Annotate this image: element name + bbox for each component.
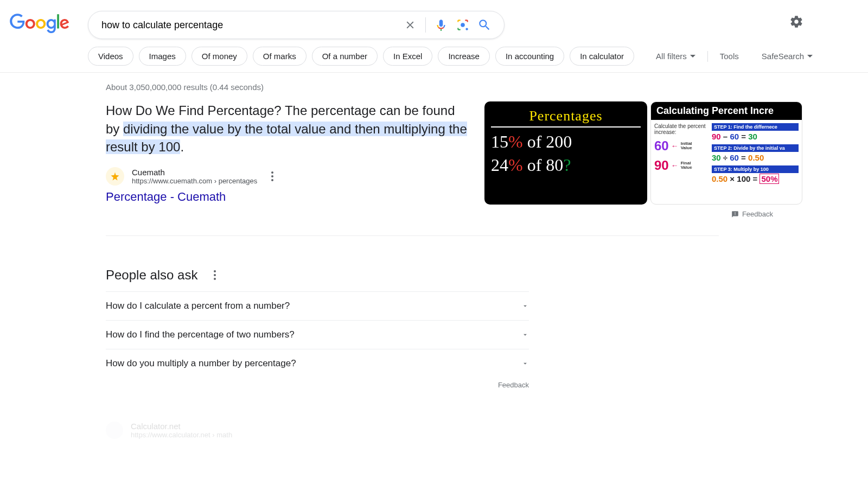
more-icon[interactable]: [267, 171, 278, 181]
result-source: Cuemath https://www.cuemath.com › percen…: [106, 167, 469, 186]
paa-item[interactable]: How do I calculate a percent from a numb…: [106, 291, 529, 320]
source-name: Calculator.net: [131, 422, 232, 431]
thumbnail-2[interactable]: Calculating Percent Incre Calculate the …: [650, 101, 802, 205]
voice-search-icon[interactable]: [433, 17, 449, 33]
thumbnail-1[interactable]: Percentages 15% of 200 24% of 80?: [484, 101, 647, 205]
paa-item[interactable]: How do you multiply a number by percenta…: [106, 349, 529, 378]
next-result[interactable]: Calculator.net https://www.calculator.ne…: [106, 422, 868, 439]
source-url: https://www.calculator.net › math: [131, 431, 232, 439]
featured-snippet: How Do We Find Percentage? The percentag…: [106, 101, 868, 205]
chevron-down-icon: [521, 360, 529, 367]
paa-question: How do I calculate a percent from a numb…: [106, 301, 290, 311]
search-bar-container: [81, 11, 505, 39]
svg-point-0: [461, 23, 465, 27]
lens-search-icon[interactable]: [455, 17, 470, 33]
chevron-down-icon: [690, 55, 695, 58]
search-bar: [88, 11, 505, 39]
chip-of-marks[interactable]: Of marks: [253, 47, 307, 66]
divider: [106, 235, 719, 236]
filter-row: Videos Images Of money Of marks Of a num…: [0, 39, 868, 73]
chip-of-money[interactable]: Of money: [192, 47, 247, 66]
svg-point-1: [465, 28, 468, 30]
paa-question: How do you multiply a number by percenta…: [106, 358, 296, 369]
chip-in-excel[interactable]: In Excel: [383, 47, 432, 66]
thumb2-title: Calculating Percent Incre: [651, 102, 802, 120]
feedback-icon: [731, 211, 739, 218]
favicon-icon: [106, 422, 123, 439]
chip-images[interactable]: Images: [139, 47, 186, 66]
chevron-down-icon: [521, 302, 529, 310]
paa-item[interactable]: How do I find the percentage of two numb…: [106, 320, 529, 349]
chip-increase[interactable]: Increase: [438, 47, 490, 66]
thumb1-title: Percentages: [491, 108, 641, 128]
google-logo[interactable]: [5, 11, 81, 36]
snippet-text: How Do We Find Percentage? The percentag…: [106, 101, 469, 156]
result-stats: About 3,050,000,000 results (0.44 second…: [106, 82, 868, 92]
source-name: Cuemath: [132, 168, 257, 177]
paa-heading: People also ask: [106, 267, 529, 283]
search-divider: [425, 17, 426, 33]
results: About 3,050,000,000 results (0.44 second…: [0, 73, 868, 439]
clear-icon[interactable]: [403, 17, 418, 33]
thumbnails: Percentages 15% of 200 24% of 80? Calcul…: [484, 101, 802, 205]
chip-videos[interactable]: Videos: [88, 47, 133, 66]
header: [0, 0, 868, 39]
chip-of-a-number[interactable]: Of a number: [312, 47, 378, 66]
result-title-link[interactable]: Percentage - Cuemath: [106, 190, 469, 204]
feedback-link[interactable]: Feedback: [106, 210, 789, 218]
search-input[interactable]: [97, 20, 399, 31]
safesearch-link[interactable]: SafeSearch: [762, 52, 813, 61]
source-url: https://www.cuemath.com › percentages: [132, 177, 257, 185]
chip-in-calculator[interactable]: In calculator: [570, 47, 634, 66]
chevron-down-icon: [521, 331, 529, 339]
favicon-icon: [106, 167, 124, 186]
chip-in-accounting[interactable]: In accounting: [495, 47, 564, 66]
all-filters-link[interactable]: All filters: [656, 52, 695, 61]
paa-question: How do I find the percentage of two numb…: [106, 329, 295, 340]
people-also-ask: People also ask How do I calculate a per…: [106, 267, 529, 389]
settings-icon[interactable]: [789, 14, 804, 29]
more-icon[interactable]: [209, 270, 220, 280]
header-actions: [789, 11, 852, 29]
divider: [707, 51, 708, 62]
search-icon[interactable]: [477, 17, 492, 33]
paa-feedback-link[interactable]: Feedback: [106, 381, 529, 389]
chevron-down-icon: [807, 55, 813, 58]
apps-icon[interactable]: [815, 14, 830, 29]
tools-link[interactable]: Tools: [720, 52, 739, 61]
